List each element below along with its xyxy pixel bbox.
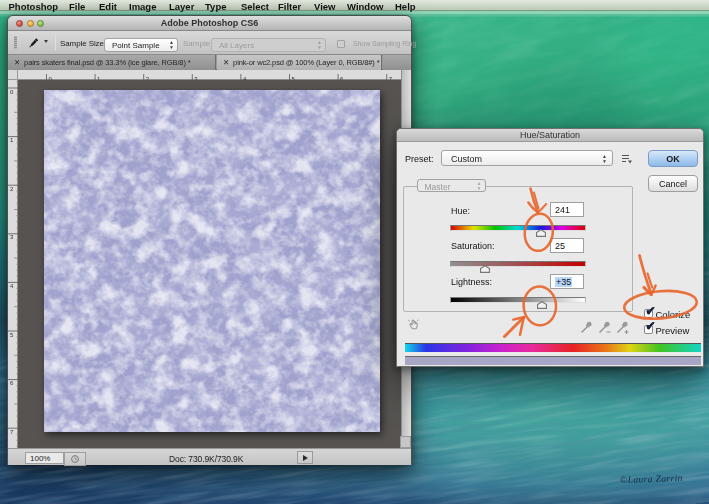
svg-text:6: 6 xyxy=(10,380,14,386)
svg-text:0: 0 xyxy=(10,89,14,95)
svg-text:1: 1 xyxy=(10,137,14,143)
svg-text:4: 4 xyxy=(10,283,14,289)
svg-text:3: 3 xyxy=(10,234,14,240)
svg-text:2: 2 xyxy=(10,186,14,192)
svg-text:7: 7 xyxy=(10,429,14,435)
svg-text:5: 5 xyxy=(10,332,14,338)
